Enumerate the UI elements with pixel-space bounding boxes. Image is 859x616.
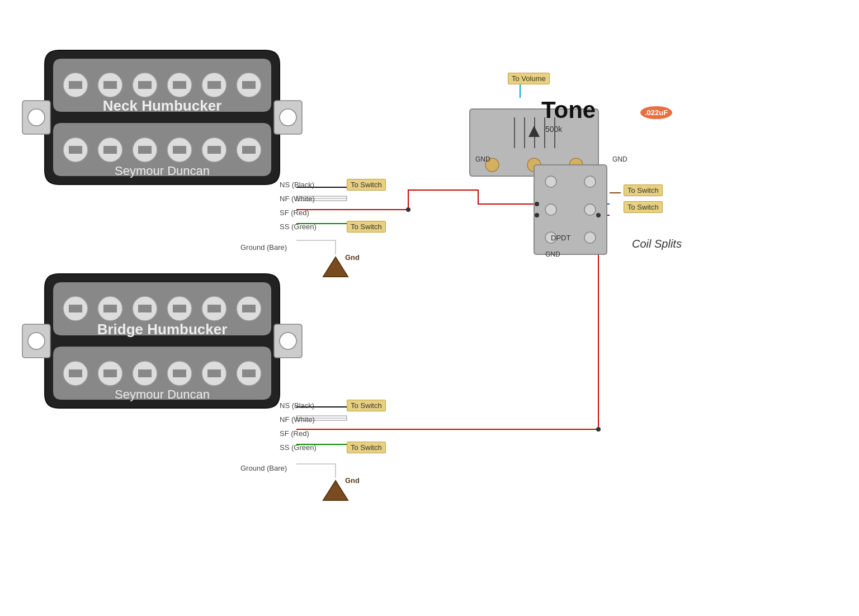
tone-label: Tone xyxy=(541,97,596,124)
gnd-neck-label: Gnd xyxy=(345,253,360,262)
ns-black-neck-label: NS (Black) xyxy=(280,181,314,189)
gnd-bridge-label: Gnd xyxy=(345,476,360,485)
ns-black-neck-tag: To Switch xyxy=(347,179,386,191)
ss-green-neck-tag: To Switch xyxy=(347,221,386,233)
gnd-left-tone-label: GND xyxy=(475,155,490,163)
gnd-right-tone-label: GND xyxy=(612,155,627,163)
dpdt-label: DPDT xyxy=(551,234,570,242)
to-switch-dpdt-2-tag: To Switch xyxy=(624,201,663,213)
ns-black-bridge-tag: To Switch xyxy=(347,400,386,411)
ss-green-neck-label: SS (Green) xyxy=(280,222,317,231)
nf-white-neck-label: NF (White) xyxy=(280,195,315,203)
cap-label: .022uF xyxy=(640,106,672,119)
ground-bare-neck-label: Ground (Bare) xyxy=(240,243,287,252)
to-switch-dpdt-1-tag: To Switch xyxy=(624,184,663,196)
ss-green-bridge-tag: To Switch xyxy=(347,442,386,453)
sf-red-neck-label: SF (Red) xyxy=(280,209,309,217)
ss-green-bridge-label: SS (Green) xyxy=(280,443,317,452)
coil-splits-label: Coil Splits xyxy=(632,238,682,250)
nf-white-bridge-label: NF (White) xyxy=(280,415,315,424)
sf-red-bridge-label: SF (Red) xyxy=(280,429,309,438)
tone-value-label: 500k xyxy=(545,125,562,134)
ground-bare-bridge-label: Ground (Bare) xyxy=(240,464,287,472)
gnd-dpdt-label: GND xyxy=(545,250,560,258)
to-volume-tag: To Volume xyxy=(508,73,550,84)
ns-black-bridge-label: NS (Black) xyxy=(280,401,314,410)
